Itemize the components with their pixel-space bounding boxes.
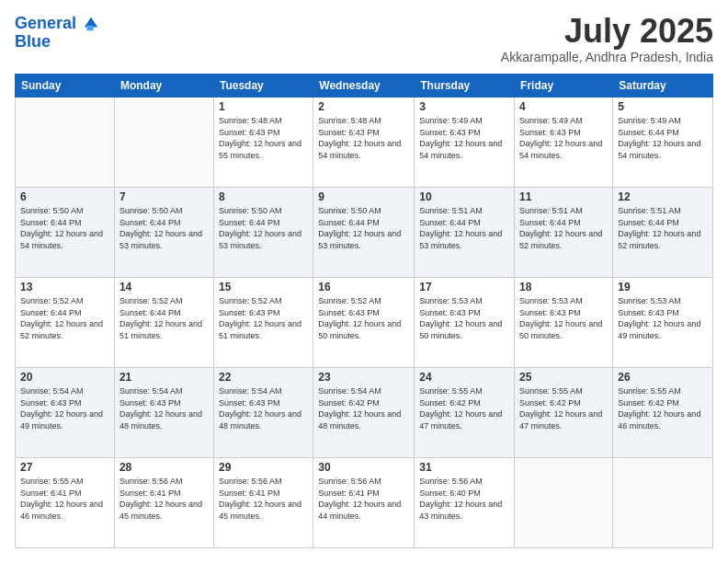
calendar-cell: 9Sunrise: 5:50 AM Sunset: 6:44 PM Daylig… [313,188,415,278]
calendar-cell: 7Sunrise: 5:50 AM Sunset: 6:44 PM Daylig… [114,188,213,278]
calendar-cell: 26Sunrise: 5:55 AM Sunset: 6:42 PM Dayli… [613,368,713,458]
day-info: Sunrise: 5:55 AM Sunset: 6:41 PM Dayligh… [20,476,109,522]
day-number: 4 [519,100,608,113]
calendar-cell: 3Sunrise: 5:49 AM Sunset: 6:43 PM Daylig… [415,98,515,188]
day-header-tuesday: Tuesday [213,75,313,98]
calendar-cell: 24Sunrise: 5:55 AM Sunset: 6:42 PM Dayli… [415,368,515,458]
calendar-cell: 6Sunrise: 5:50 AM Sunset: 6:44 PM Daylig… [16,188,115,278]
day-number: 22 [219,371,308,384]
day-number: 11 [519,190,608,203]
day-info: Sunrise: 5:52 AM Sunset: 6:44 PM Dayligh… [119,295,209,341]
day-header-saturday: Saturday [613,75,713,98]
day-info: Sunrise: 5:49 AM Sunset: 6:44 PM Dayligh… [618,115,708,161]
calendar-week-row: 20Sunrise: 5:54 AM Sunset: 6:43 PM Dayli… [16,368,713,458]
calendar-cell: 2Sunrise: 5:48 AM Sunset: 6:43 PM Daylig… [313,98,415,188]
day-number: 2 [318,100,409,113]
day-number: 3 [419,100,509,113]
page: General Blue July 2025 Akkarampalle, And… [0,0,728,563]
day-number: 27 [20,461,109,474]
calendar-week-row: 1Sunrise: 5:48 AM Sunset: 6:43 PM Daylig… [16,98,713,188]
day-info: Sunrise: 5:52 AM Sunset: 6:44 PM Dayligh… [20,295,109,341]
day-info: Sunrise: 5:54 AM Sunset: 6:43 PM Dayligh… [20,385,109,431]
calendar-cell: 17Sunrise: 5:53 AM Sunset: 6:43 PM Dayli… [415,278,515,368]
day-info: Sunrise: 5:54 AM Sunset: 6:43 PM Dayligh… [219,385,308,431]
day-number: 31 [419,461,509,474]
day-number: 25 [519,371,608,384]
calendar-week-row: 27Sunrise: 5:55 AM Sunset: 6:41 PM Dayli… [16,458,713,548]
day-info: Sunrise: 5:55 AM Sunset: 6:42 PM Dayligh… [618,385,708,431]
calendar-cell: 21Sunrise: 5:54 AM Sunset: 6:43 PM Dayli… [114,368,213,458]
day-info: Sunrise: 5:54 AM Sunset: 6:43 PM Dayligh… [119,385,209,431]
day-info: Sunrise: 5:49 AM Sunset: 6:43 PM Dayligh… [519,115,608,161]
day-number: 20 [20,371,109,384]
calendar-cell: 11Sunrise: 5:51 AM Sunset: 6:44 PM Dayli… [515,188,613,278]
calendar-cell [515,458,613,548]
calendar-cell: 30Sunrise: 5:56 AM Sunset: 6:41 PM Dayli… [313,458,415,548]
day-header-wednesday: Wednesday [313,75,415,98]
day-info: Sunrise: 5:50 AM Sunset: 6:44 PM Dayligh… [20,205,109,251]
calendar-cell: 1Sunrise: 5:48 AM Sunset: 6:43 PM Daylig… [213,98,313,188]
calendar-cell: 22Sunrise: 5:54 AM Sunset: 6:43 PM Dayli… [213,368,313,458]
calendar-header-row: SundayMondayTuesdayWednesdayThursdayFrid… [16,75,713,98]
day-info: Sunrise: 5:53 AM Sunset: 6:43 PM Dayligh… [419,295,509,341]
day-info: Sunrise: 5:51 AM Sunset: 6:44 PM Dayligh… [618,205,708,251]
logo-icon [83,16,99,32]
calendar-week-row: 6Sunrise: 5:50 AM Sunset: 6:44 PM Daylig… [16,188,713,278]
calendar-cell: 10Sunrise: 5:51 AM Sunset: 6:44 PM Dayli… [415,188,515,278]
calendar-cell: 27Sunrise: 5:55 AM Sunset: 6:41 PM Dayli… [16,458,115,548]
day-number: 26 [618,371,708,384]
svg-marker-1 [87,26,94,30]
day-info: Sunrise: 5:56 AM Sunset: 6:41 PM Dayligh… [318,476,409,522]
day-number: 17 [419,281,509,293]
logo: General Blue [15,15,99,52]
calendar-table: SundayMondayTuesdayWednesdayThursdayFrid… [15,74,713,548]
day-info: Sunrise: 5:55 AM Sunset: 6:42 PM Dayligh… [419,385,509,431]
title-block: July 2025 Akkarampalle, Andhra Pradesh, … [501,15,713,64]
calendar-cell: 14Sunrise: 5:52 AM Sunset: 6:44 PM Dayli… [114,278,213,368]
day-number: 19 [618,281,708,293]
calendar-cell: 12Sunrise: 5:51 AM Sunset: 6:44 PM Dayli… [613,188,713,278]
day-header-sunday: Sunday [16,75,115,98]
day-number: 15 [219,281,308,293]
day-number: 9 [318,190,409,203]
day-number: 29 [219,461,308,474]
day-header-monday: Monday [114,75,213,98]
day-number: 10 [419,190,509,203]
location: Akkarampalle, Andhra Pradesh, India [501,50,713,64]
day-info: Sunrise: 5:49 AM Sunset: 6:43 PM Dayligh… [419,115,509,161]
logo-blue: Blue [15,33,99,52]
month-title: July 2025 [501,15,713,48]
day-number: 5 [618,100,708,113]
day-info: Sunrise: 5:56 AM Sunset: 6:41 PM Dayligh… [119,476,209,522]
day-number: 12 [618,190,708,203]
day-info: Sunrise: 5:48 AM Sunset: 6:43 PM Dayligh… [219,115,308,161]
day-info: Sunrise: 5:51 AM Sunset: 6:44 PM Dayligh… [419,205,509,251]
day-number: 18 [519,281,608,293]
day-info: Sunrise: 5:48 AM Sunset: 6:43 PM Dayligh… [318,115,409,161]
calendar-cell [114,98,213,188]
day-number: 30 [318,461,409,474]
day-info: Sunrise: 5:56 AM Sunset: 6:41 PM Dayligh… [219,476,308,522]
logo-text: General [15,15,99,33]
day-number: 23 [318,371,409,384]
calendar-cell: 25Sunrise: 5:55 AM Sunset: 6:42 PM Dayli… [515,368,613,458]
calendar-cell: 28Sunrise: 5:56 AM Sunset: 6:41 PM Dayli… [114,458,213,548]
day-info: Sunrise: 5:55 AM Sunset: 6:42 PM Dayligh… [519,385,608,431]
calendar-cell: 4Sunrise: 5:49 AM Sunset: 6:43 PM Daylig… [515,98,613,188]
day-info: Sunrise: 5:56 AM Sunset: 6:40 PM Dayligh… [419,476,509,522]
day-number: 16 [318,281,409,293]
day-number: 28 [119,461,209,474]
calendar-week-row: 13Sunrise: 5:52 AM Sunset: 6:44 PM Dayli… [16,278,713,368]
header: General Blue July 2025 Akkarampalle, And… [15,15,713,64]
day-number: 14 [119,281,209,293]
calendar-cell: 31Sunrise: 5:56 AM Sunset: 6:40 PM Dayli… [415,458,515,548]
calendar-cell: 8Sunrise: 5:50 AM Sunset: 6:44 PM Daylig… [213,188,313,278]
day-number: 8 [219,190,308,203]
day-info: Sunrise: 5:54 AM Sunset: 6:42 PM Dayligh… [318,385,409,431]
calendar-cell: 23Sunrise: 5:54 AM Sunset: 6:42 PM Dayli… [313,368,415,458]
day-info: Sunrise: 5:52 AM Sunset: 6:43 PM Dayligh… [318,295,409,341]
day-info: Sunrise: 5:51 AM Sunset: 6:44 PM Dayligh… [519,205,608,251]
day-header-thursday: Thursday [415,75,515,98]
calendar-cell: 18Sunrise: 5:53 AM Sunset: 6:43 PM Dayli… [515,278,613,368]
day-number: 21 [119,371,209,384]
